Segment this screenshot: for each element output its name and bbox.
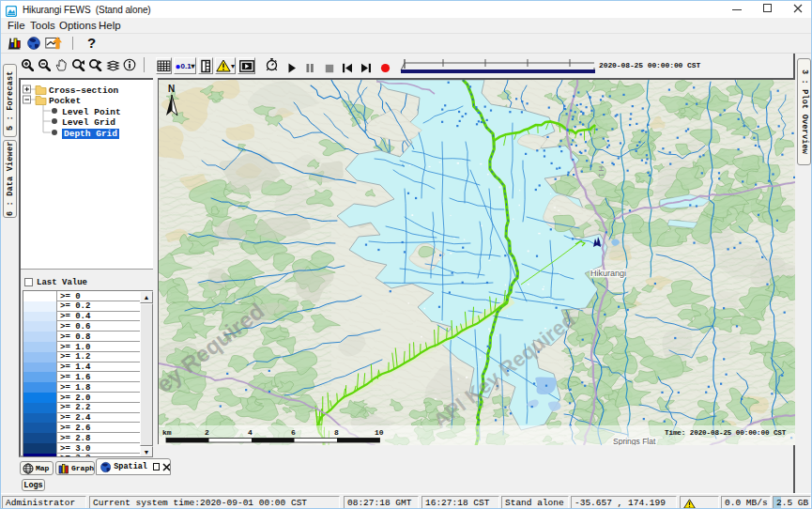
svg-text:Springs Flat: Springs Flat (613, 437, 656, 445)
svg-text:Hikurangi: Hikurangi (590, 269, 626, 278)
svg-text:6: 6 (291, 428, 296, 437)
svg-text:km: km (162, 428, 172, 437)
svg-text:H 1: H 1 (597, 166, 605, 177)
svg-text:4: 4 (248, 428, 253, 437)
svg-text:2: 2 (205, 428, 209, 437)
svg-text:N: N (168, 84, 175, 94)
svg-text:8: 8 (334, 428, 339, 437)
svg-text:Time: 2020-08-25 00:00:00 CST: Time: 2020-08-25 00:00:00 CST (665, 429, 787, 437)
svg-text:10: 10 (375, 428, 384, 437)
